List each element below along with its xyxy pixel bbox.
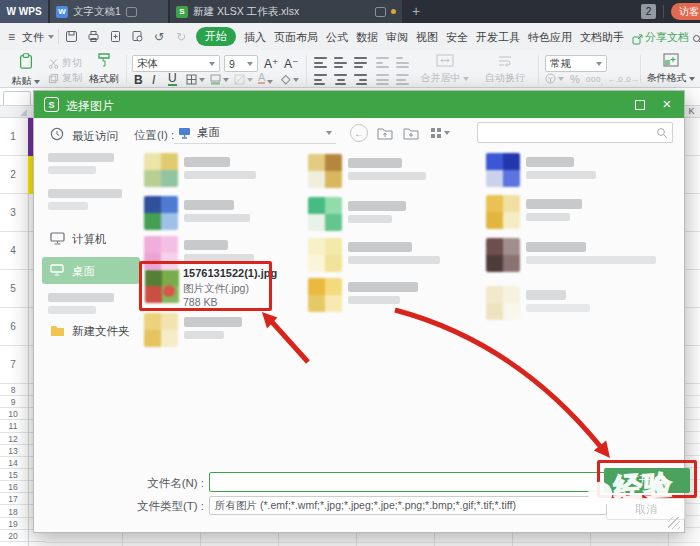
file-thumbnail[interactable] (144, 313, 178, 347)
file-thumbnail[interactable] (308, 238, 342, 272)
preview-icon[interactable] (130, 30, 144, 44)
blurred-file-label (348, 282, 418, 292)
font-name-combo[interactable]: 宋体 (132, 55, 220, 72)
new-tab-button[interactable]: + (412, 0, 420, 23)
increase-font-button[interactable]: A⁺ (264, 57, 278, 71)
menu-tab-security[interactable]: 安全 (446, 30, 468, 45)
file-thumbnail[interactable] (144, 153, 178, 187)
file-thumbnail[interactable] (308, 154, 342, 188)
file-thumbnail[interactable] (144, 196, 178, 230)
column-header-k[interactable]: K (683, 105, 700, 118)
blurred-file-label (348, 215, 392, 223)
menu-tab-doc-assistant[interactable]: 文档助手 (580, 30, 624, 45)
close-button[interactable]: × (658, 94, 676, 114)
cell-shading-button[interactable] (234, 74, 253, 85)
font-size-combo[interactable]: 9 (224, 55, 258, 72)
align-right-icon[interactable] (354, 74, 367, 85)
filename-field[interactable] (209, 472, 607, 492)
search-box[interactable] (477, 122, 673, 143)
fill-color-button[interactable] (210, 74, 229, 85)
copy-button[interactable]: 复制 (48, 71, 82, 85)
borders-button[interactable] (186, 74, 205, 85)
redo-icon[interactable]: ↻ (174, 30, 188, 44)
file-thumbnail[interactable] (486, 153, 520, 187)
file-thumbnail[interactable] (486, 238, 520, 272)
font-size-value: 9 (229, 58, 235, 70)
file-thumbnail[interactable] (486, 286, 520, 320)
paste-button[interactable]: 粘贴 (8, 52, 44, 86)
merge-cells-icon (436, 54, 454, 67)
filetype-combo[interactable]: 所有图片 (*.emf;*.wmf;*.jpg;*.jpeg;*.jpe;*.p… (209, 496, 607, 515)
maximize-icon (635, 100, 645, 110)
wps-logo[interactable]: W WPS (0, 0, 48, 23)
undo-icon[interactable]: ↺ (152, 30, 166, 44)
number-format-combo[interactable]: 常规 (545, 55, 607, 72)
scissors-icon (48, 58, 59, 69)
currency-format-button[interactable] (545, 73, 564, 84)
account-button[interactable]: 访客 (671, 3, 700, 20)
share-document-button[interactable]: 分享文档 (645, 30, 689, 45)
location-combo[interactable]: 桌面 (174, 122, 336, 144)
menu-tab-page-layout[interactable]: 页面布局 (274, 30, 318, 45)
align-top-icon[interactable] (314, 57, 327, 68)
percent-format-button[interactable]: % (570, 73, 580, 85)
cut-label: 剪切 (62, 56, 82, 70)
comma-format-button[interactable]: 000, (586, 75, 603, 86)
up-folder-button[interactable] (376, 124, 394, 142)
unsaved-dot-icon (391, 9, 396, 14)
file-caret-icon (48, 35, 54, 39)
menu-tab-view[interactable]: 视图 (416, 30, 438, 45)
search-input[interactable] (482, 124, 654, 143)
italic-button[interactable]: I (152, 73, 155, 87)
increase-indent-icon[interactable] (396, 57, 409, 68)
back-button[interactable]: ← (350, 124, 368, 142)
conditional-format-button[interactable]: 条件格式 (644, 53, 698, 85)
ribbon-divider (306, 55, 307, 83)
align-left-icon[interactable] (314, 74, 327, 85)
align-center-icon[interactable] (334, 74, 347, 85)
tab-xlsx-workbook[interactable]: S 新建 XLSX 工作表.xlsx (170, 0, 402, 23)
cut-button[interactable]: 剪切 (48, 56, 82, 70)
menu-tab-special-apps[interactable]: 特色应用 (528, 30, 572, 45)
menu-file[interactable]: 文件 (22, 30, 44, 45)
align-middle-icon[interactable] (334, 57, 347, 68)
tab-writer-document[interactable]: W 文字文稿1 (50, 0, 168, 23)
decrease-decimal-button[interactable]: .0→ (624, 75, 639, 84)
tab-label: 文字文稿1 (73, 5, 121, 19)
bold-button[interactable]: B (134, 73, 143, 87)
menu-tab-formula[interactable]: 公式 (326, 30, 348, 45)
decrease-font-button[interactable]: A⁻ (284, 57, 298, 71)
font-color-button[interactable]: A (258, 72, 273, 84)
merge-center-button[interactable]: 合并居中 (416, 53, 474, 85)
eraser-button[interactable] (280, 74, 299, 85)
maximize-button[interactable] (632, 97, 647, 112)
align-bottom-icon[interactable] (354, 57, 367, 68)
currency-icon (545, 73, 556, 84)
filename-input[interactable] (214, 474, 604, 491)
file-thumbnail[interactable] (486, 195, 520, 229)
view-mode-button[interactable] (428, 124, 452, 142)
file-thumbnail[interactable] (308, 197, 342, 231)
menu-tab-review[interactable]: 审阅 (386, 30, 408, 45)
menu-tab-data[interactable]: 数据 (356, 30, 378, 45)
justify-icon[interactable] (376, 74, 389, 85)
file-thumbnail[interactable] (308, 278, 342, 312)
blurred-file-label (348, 158, 402, 168)
wrap-text-button[interactable]: 自动换行 (478, 53, 532, 85)
menu-tab-home[interactable]: 开始 (196, 27, 236, 46)
sidebar-item-recent[interactable]: 最近访问 (72, 129, 118, 144)
increase-decimal-button[interactable]: ←.0 (608, 75, 623, 84)
new-folder-button[interactable] (402, 124, 420, 142)
blurred-file-label (526, 304, 590, 312)
export-icon[interactable] (108, 30, 122, 44)
folder-up-icon (377, 126, 393, 140)
menu-tab-developer[interactable]: 开发工具 (476, 30, 520, 45)
format-painter-button[interactable]: 格式刷 (84, 52, 124, 86)
menu-tab-insert[interactable]: 插入 (244, 30, 266, 45)
decrease-indent-icon[interactable] (376, 57, 389, 68)
underline-button[interactable]: U (168, 73, 177, 86)
resize-grip[interactable] (668, 517, 680, 529)
print-icon[interactable] (86, 30, 100, 44)
distribute-icon[interactable] (396, 74, 409, 85)
save-icon[interactable] (64, 30, 78, 44)
